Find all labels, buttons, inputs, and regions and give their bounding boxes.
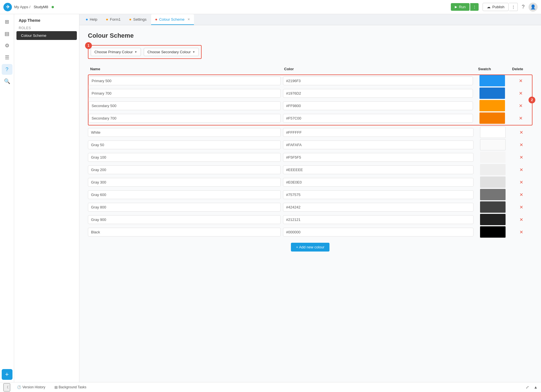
breadcrumb-app: StudyM8 [34,5,48,9]
table-row: ✕ [88,152,532,163]
colour-value-input[interactable] [283,178,474,187]
swatch-box [480,189,506,200]
delete-button[interactable]: ✕ [518,166,524,174]
bottom-expand-icon[interactable]: ⤢ [526,385,529,389]
delete-button[interactable]: ✕ [518,178,524,186]
colour-value-input[interactable] [283,228,474,237]
colour-name-input[interactable] [88,228,281,237]
bottom-tab-background-tasks[interactable]: ▤ Background Tasks [52,384,89,390]
delete-button[interactable]: ✕ [518,228,524,236]
tab-help[interactable]: ● Help [82,14,101,25]
help-button[interactable]: ? [520,3,526,11]
colour-name-input[interactable] [88,140,281,149]
delete-button[interactable]: ✕ [518,90,524,97]
primary-colour-button[interactable]: Choose Primary Colour ▼ [91,48,141,56]
grid-nav-button[interactable]: ⊞ [2,16,12,27]
table-row: ✕ [88,226,532,238]
colour-value-input[interactable] [283,128,474,137]
colour-value-input[interactable] [283,215,474,224]
colour-name-input[interactable] [88,153,281,162]
swatch-box [480,201,506,213]
colour-name-input[interactable] [88,203,281,212]
colour-value-input[interactable] [283,153,474,162]
colour-value-input[interactable] [283,165,474,174]
tab-close-icon[interactable]: ✕ [187,18,190,21]
colour-name-input[interactable] [88,89,281,98]
tab-colour-scheme[interactable]: ● Colour Scheme ✕ [151,14,194,25]
colour-scheme-label: Colour Scheme [21,33,47,38]
delete-button[interactable]: ✕ [518,154,524,161]
secondary-colour-button[interactable]: Choose Secondary Colour ▼ [144,48,199,56]
table-row: ✕ [88,189,532,200]
delete-button[interactable]: ✕ [518,203,524,211]
swatch-box [480,226,506,238]
content-area: ● Help ● Form1 ● Settings ● Colour Schem… [79,14,541,382]
badge-1: 1 [85,42,92,49]
question-nav-button[interactable]: ? [2,64,12,75]
delete-button[interactable]: ✕ [518,129,524,136]
table-row: ✕ [88,176,532,188]
logo[interactable]: ✈ [3,3,12,11]
delete-button[interactable]: ✕ [518,77,524,85]
delete-button[interactable]: ✕ [518,102,524,110]
table-row: ✕ [88,139,532,150]
header-swatch: Swatch [476,66,510,72]
colour-name-input[interactable] [88,178,281,187]
delete-button[interactable]: ✕ [518,114,524,122]
swatch-box [480,214,506,225]
colour-value-input[interactable] [283,76,473,85]
tab-help-label: Help [90,17,97,22]
form1-tab-icon: ● [106,17,108,22]
page-content: Colour Scheme 1 Choose Primary Colour ▼ … [79,25,541,382]
bottom-collapse-button[interactable]: 《 [3,383,10,391]
online-indicator [52,6,54,8]
tab-settings[interactable]: ● Settings [125,14,150,25]
colour-name-input[interactable] [88,190,281,199]
colour-value-input[interactable] [283,89,473,98]
run-button[interactable]: ▶ Run [451,3,470,11]
tab-bar: ● Help ● Form1 ● Settings ● Colour Schem… [79,14,541,25]
delete-button[interactable]: ✕ [518,141,524,149]
list-nav-button[interactable]: ☰ [2,52,12,63]
search-nav-button[interactable]: 🔍 [2,76,12,87]
colour-name-input[interactable] [88,128,281,137]
play-icon: ▶ [455,5,457,9]
header-delete: Delete [510,66,532,72]
delete-button[interactable]: ✕ [518,191,524,199]
secondary-dropdown-icon: ▼ [193,50,195,54]
tab-form1[interactable]: ● Form1 [102,14,124,25]
header-color: Color [282,66,476,72]
delete-button[interactable]: ✕ [518,216,524,223]
table-row: ✕ [88,214,532,225]
publish-more-button[interactable]: ⋮ [509,3,518,11]
colour-name-input[interactable] [88,76,281,85]
colour-name-input[interactable] [88,101,281,110]
settings-nav-button[interactable]: ⚙ [2,40,12,51]
tab-form1-label: Form1 [110,17,121,22]
bottom-chevron-icon[interactable]: ▲ [534,385,538,389]
highlighted-group: 2 ✕ [88,74,532,125]
colour-value-input[interactable] [283,140,474,149]
tab-colour-scheme-label: Colour Scheme [159,17,185,22]
colour-name-input[interactable] [88,215,281,224]
avatar[interactable]: 👤 [529,3,538,12]
publish-button[interactable]: ☁ Publish [483,3,509,11]
colour-value-input[interactable] [283,101,473,110]
topbar: ✈ My Apps / StudyM8 ▶ Run ⋮ ☁ Publish ⋮ … [0,0,541,14]
colour-value-input[interactable] [283,203,474,212]
run-more-button[interactable]: ⋮ [470,3,479,11]
add-nav-button[interactable]: + [2,369,12,380]
colour-value-input[interactable] [283,114,473,123]
colour-name-input[interactable] [88,114,281,123]
header-name: Name [88,66,282,72]
colour-value-input[interactable] [283,190,474,199]
table-row: ✕ [88,201,532,213]
add-colour-button[interactable]: + Add new colour [291,243,329,252]
bottom-tab-version-history[interactable]: 🕐 Version History [15,384,48,390]
app-sidebar-title: App Theme [14,14,79,24]
sidebar-item-colour-scheme[interactable]: Colour Scheme [16,31,77,40]
database-nav-button[interactable]: ▤ [2,28,12,39]
swatch-box [479,75,505,86]
tab-settings-label: Settings [133,17,147,22]
colour-name-input[interactable] [88,165,281,174]
